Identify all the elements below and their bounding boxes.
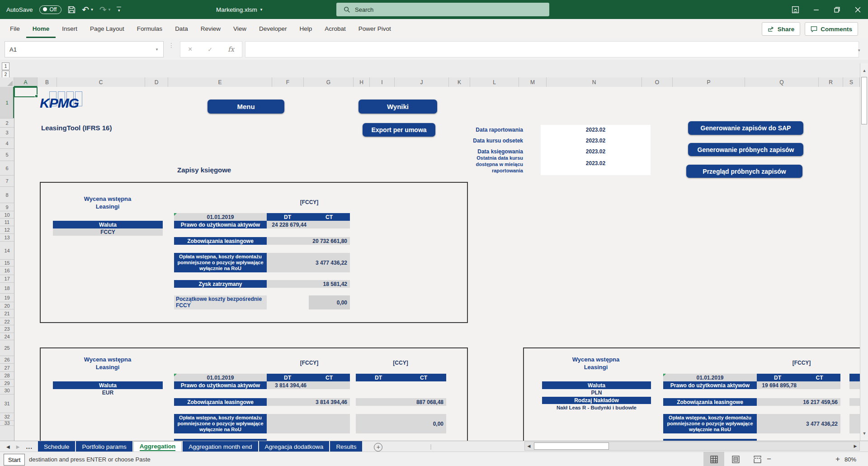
row-header-20[interactable]: 20 xyxy=(0,302,14,309)
ribbon-tab-page-layout[interactable]: Page Layout xyxy=(84,19,131,38)
row-header-32[interactable]: 32 xyxy=(0,413,14,421)
row-header-10[interactable]: 10 xyxy=(0,211,14,219)
przeglad-probnych-button[interactable]: Przegląd próbnych zapisów xyxy=(686,165,802,178)
column-header-b[interactable]: B xyxy=(38,77,57,87)
row-header-24[interactable]: 24 xyxy=(0,333,14,340)
row-header-9[interactable]: 9 xyxy=(0,203,14,211)
horizontal-scrollbar[interactable]: ◀ ▶ xyxy=(524,442,860,451)
wyniki-button[interactable]: Wyniki xyxy=(359,100,437,114)
row-header-12[interactable]: 12 xyxy=(0,226,14,234)
hscroll-thumb[interactable] xyxy=(534,442,609,450)
minimize-icon[interactable] xyxy=(806,0,826,19)
row-header-19[interactable]: 19 xyxy=(0,294,14,302)
row-header-4[interactable]: 4 xyxy=(0,138,14,149)
tabs-overflow-icon[interactable]: ... xyxy=(26,443,33,450)
share-button[interactable]: Share xyxy=(762,22,801,36)
formula-bar-expand-icon[interactable]: ▾ xyxy=(858,48,860,52)
row-header-21[interactable]: 21 xyxy=(0,309,14,318)
vscroll-down-icon[interactable]: ▼ xyxy=(860,429,868,438)
column-header-n[interactable]: N xyxy=(547,77,642,87)
document-title[interactable]: Marketing.xlsm ▾ xyxy=(216,0,262,19)
undo-caret-icon[interactable]: ▾ xyxy=(91,8,93,12)
row-header-7[interactable]: 7 xyxy=(0,176,14,187)
row-header-17[interactable]: 17 xyxy=(0,275,14,283)
row-header-26[interactable]: 26 xyxy=(0,356,14,364)
outline-level-1-button[interactable]: 1 xyxy=(2,62,9,70)
page-layout-view-button[interactable] xyxy=(725,452,746,466)
sheet-tab-aggregation-month-end[interactable]: Aggregation month end xyxy=(183,441,258,452)
fill-handle[interactable] xyxy=(35,95,38,98)
row-header-16[interactable]: 16 xyxy=(0,266,14,275)
ribbon-tab-insert[interactable]: Insert xyxy=(56,19,84,38)
ribbon-tab-review[interactable]: Review xyxy=(194,19,227,38)
sheet-tab-schedule[interactable]: Schedule xyxy=(38,441,75,452)
generowanie-probnych-button[interactable]: Generowanie próbnych zapisów xyxy=(688,143,803,156)
sheet-tab-results[interactable]: Results xyxy=(330,441,362,452)
ribbon-display-options-icon[interactable] xyxy=(785,0,806,19)
page-break-view-button[interactable] xyxy=(747,452,768,466)
undo-icon[interactable]: ↶ xyxy=(82,5,89,14)
row-header-23[interactable]: 23 xyxy=(0,325,14,333)
vscroll-up-icon[interactable]: ▲ xyxy=(860,66,868,75)
column-header-f[interactable]: F xyxy=(272,77,304,87)
ribbon-tab-help[interactable]: Help xyxy=(293,19,319,38)
new-sheet-icon[interactable]: + xyxy=(374,443,382,452)
vertical-scrollbar[interactable]: ▲ ▼ xyxy=(860,63,868,441)
row-header-29[interactable]: 29 xyxy=(0,380,14,387)
ribbon-tab-file[interactable]: File xyxy=(4,19,26,38)
row-header-2[interactable]: 2 xyxy=(0,119,14,128)
column-header-l[interactable]: L xyxy=(470,77,519,87)
ribbon-tab-developer[interactable]: Developer xyxy=(253,19,293,38)
row-header-27[interactable]: 27 xyxy=(0,364,14,372)
hscroll-left-icon[interactable]: ◀ xyxy=(525,444,533,448)
row-header-13[interactable]: 13 xyxy=(0,234,14,242)
tabbar-resize-dots-icon[interactable]: ⋮ xyxy=(428,443,434,450)
row-header-18[interactable]: 18 xyxy=(0,283,14,294)
vscroll-thumb[interactable] xyxy=(861,77,867,124)
ribbon-tab-formulas[interactable]: Formulas xyxy=(131,19,169,38)
export-per-umowa-button[interactable]: Export per umowa xyxy=(363,123,435,137)
row-header-25[interactable]: 25 xyxy=(0,340,14,356)
column-header-a[interactable]: A xyxy=(14,77,38,87)
ribbon-tab-view[interactable]: View xyxy=(227,19,253,38)
insert-function-icon[interactable]: fx xyxy=(228,45,234,53)
menu-button[interactable]: Menu xyxy=(208,100,284,114)
ribbon-tab-acrobat[interactable]: Acrobat xyxy=(318,19,352,38)
autosave-toggle[interactable]: Off xyxy=(39,5,62,14)
sheet-tab-agregacja-dodatkowa[interactable]: Agregacja dodatkowa xyxy=(259,441,330,452)
name-box-resize-handle[interactable]: ⋮ xyxy=(168,44,175,47)
generowanie-zapisow-sap-button[interactable]: Generowanie zapisów do SAP xyxy=(688,121,803,135)
comments-button[interactable]: Comments xyxy=(805,22,858,36)
row-header-5[interactable]: 5 xyxy=(0,149,14,161)
column-header-d[interactable]: D xyxy=(145,77,168,87)
row-header-31[interactable]: 31 xyxy=(0,395,14,413)
zoom-in-icon[interactable]: + xyxy=(835,452,840,466)
column-header-m[interactable]: M xyxy=(519,77,547,87)
ribbon-tab-home[interactable]: Home xyxy=(26,19,56,38)
ribbon-tab-data[interactable]: Data xyxy=(169,19,194,38)
column-header-c[interactable]: C xyxy=(57,77,145,87)
zoom-out-icon[interactable]: − xyxy=(767,452,771,466)
column-header-k[interactable]: K xyxy=(449,77,470,87)
restore-icon[interactable] xyxy=(826,0,847,19)
column-header-g[interactable]: G xyxy=(304,77,354,87)
tab-scroll-left-icon[interactable]: ◀ xyxy=(6,444,10,449)
column-header-p[interactable]: P xyxy=(673,77,745,87)
row-header-1[interactable]: 1 xyxy=(0,87,14,119)
column-header-o[interactable]: O xyxy=(642,77,673,87)
normal-view-button[interactable] xyxy=(703,452,724,466)
ribbon-tab-power-pivot[interactable]: Power Pivot xyxy=(352,19,397,38)
sheet-tab-aggregation[interactable]: Aggregation xyxy=(133,441,182,452)
sheet-tab-portfolio-params[interactable]: Portfolio params xyxy=(76,441,132,452)
row-header-3[interactable]: 3 xyxy=(0,128,14,138)
row-header-6[interactable]: 6 xyxy=(0,161,14,176)
name-box[interactable]: A1 ▾ xyxy=(5,41,164,57)
column-header-h[interactable]: H xyxy=(354,77,370,87)
name-box-caret-icon[interactable]: ▾ xyxy=(151,47,163,52)
row-header-11[interactable]: 11 xyxy=(0,219,14,226)
row-header-30[interactable]: 30 xyxy=(0,387,14,395)
row-header-33[interactable]: 33 xyxy=(0,421,14,426)
column-header-i[interactable]: I xyxy=(370,77,395,87)
row-header-14[interactable]: 14 xyxy=(0,242,14,260)
search-input[interactable]: Search xyxy=(336,3,549,16)
